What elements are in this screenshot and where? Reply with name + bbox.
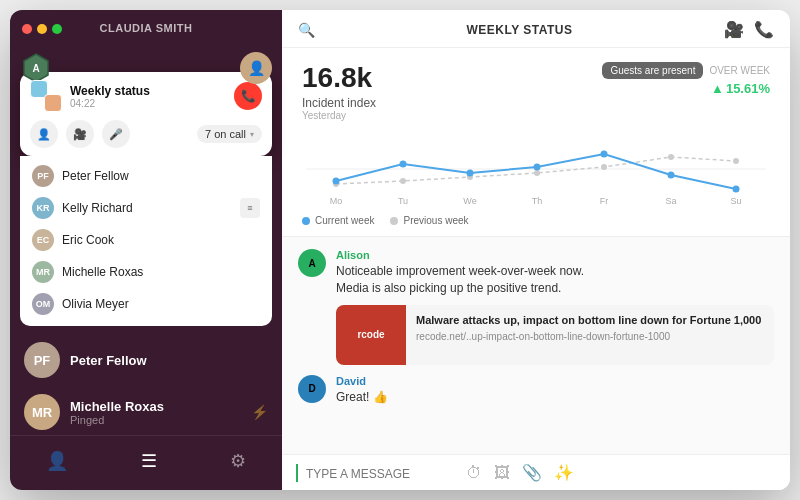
conv-info: Michelle Roxas Pinged (70, 399, 241, 426)
user-avatar[interactable]: 👤 (240, 52, 272, 84)
sidebar-nav: 👤 ☰ ⚙ (10, 435, 282, 490)
legend-previous-label: Previous week (403, 215, 468, 226)
call-member-kelly[interactable]: KR Kelly Richard ≡ (20, 192, 272, 224)
message-row: A Alison Noticeable improvement week-ove… (298, 249, 774, 365)
sidebar-title: CLAUDIA SMITH (100, 22, 193, 34)
call-members-list: PF Peter Fellow KR Kelly Richard ≡ EC Er… (20, 156, 272, 326)
link-info: Malware attacks up, impact on bottom lin… (406, 305, 774, 365)
over-week-label: OVER WEEK (709, 65, 770, 76)
conv-avatar: MR (24, 394, 60, 430)
call-member-eric[interactable]: EC Eric Cook (20, 224, 272, 256)
on-call-badge[interactable]: 7 on call ▾ (197, 125, 262, 143)
chart-wrapper: Mo Tu We Th Fr Sa Su (302, 129, 770, 209)
svg-text:We: We (463, 196, 476, 206)
sidebar: A CLAUDIA SMITH 👤 Weekly status (10, 10, 282, 490)
call-controls: 👤 🎥 🎤 7 on call ▾ (30, 120, 262, 148)
conv-item-peter[interactable]: PF Peter Fellow (10, 334, 282, 386)
call-member-michelle[interactable]: MR Michelle Roxas (20, 256, 272, 288)
svg-point-11 (400, 161, 407, 168)
msg-sender: Alison (336, 249, 774, 261)
guests-badge: Guests are present (602, 62, 703, 79)
video-button[interactable]: 🎥 (66, 120, 94, 148)
end-call-button[interactable]: 📞 (234, 82, 262, 110)
conversation-list: PF Peter Fellow MR Michelle Roxas Pinged… (10, 326, 282, 435)
input-bar: ⏱ 🖼 📎 ✨ (282, 454, 790, 490)
call-card-header: Weekly status 04:22 📞 (30, 80, 262, 112)
pct-change: ▲ 15.61% (711, 81, 770, 96)
search-icon[interactable]: 🔍 (298, 22, 315, 38)
current-week-dot (302, 217, 310, 225)
link-title: Malware attacks up, impact on bottom lin… (416, 313, 764, 327)
video-call-button[interactable]: 🎥 (724, 20, 744, 39)
nav-settings-button[interactable]: ⚙ (226, 446, 250, 476)
svg-point-13 (534, 164, 541, 171)
svg-text:Th: Th (532, 196, 543, 206)
link-thumbnail: rcode (336, 305, 406, 365)
screen-share-button[interactable]: 👤 (30, 120, 58, 148)
conv-info: Peter Fellow (70, 353, 268, 368)
msg-text: Noticeable improvement week-over-week no… (336, 263, 774, 297)
previous-week-dot (390, 217, 398, 225)
metric-label: Incident index (302, 96, 376, 110)
svg-text:Fr: Fr (600, 196, 609, 206)
end-call-icon: 📞 (241, 89, 256, 103)
input-actions: ⏱ 🖼 📎 ✨ (466, 463, 574, 482)
emoji-button[interactable]: ✨ (554, 463, 574, 482)
message-row: D David Great! 👍 (298, 375, 774, 406)
up-arrow-icon: ▲ (711, 81, 724, 96)
image-button[interactable]: 🖼 (494, 464, 510, 482)
link-preview[interactable]: rcode Malware attacks up, impact on bott… (336, 305, 774, 365)
attachment-button[interactable]: 📎 (522, 463, 542, 482)
main-title: WEEKLY STATUS (315, 23, 724, 37)
call-info: Weekly status 04:22 (70, 84, 150, 109)
on-call-label: 7 on call (205, 128, 246, 140)
call-member-avatar: OM (32, 293, 54, 315)
msg-text: Great! 👍 (336, 389, 774, 406)
svg-point-10 (333, 178, 340, 185)
messages-area: A Alison Noticeable improvement week-ove… (282, 237, 790, 454)
nav-chat-button[interactable]: ☰ (137, 446, 161, 476)
over-week-section: Guests are present OVER WEEK ▲ 15.61% (602, 62, 770, 96)
message-input[interactable] (306, 467, 456, 481)
minimize-button[interactable] (37, 24, 47, 34)
legend-current: Current week (302, 215, 374, 226)
call-avatar-group (30, 80, 62, 112)
pinged-icon: ⚡ (251, 404, 268, 420)
svg-point-15 (668, 172, 675, 179)
call-member-name: Kelly Richard (62, 201, 133, 215)
call-member-peter[interactable]: PF Peter Fellow (20, 160, 272, 192)
svg-point-9 (733, 158, 739, 164)
close-button[interactable] (22, 24, 32, 34)
chart-legend: Current week Previous week (302, 215, 770, 226)
call-member-avatar: MR (32, 261, 54, 283)
legend-current-label: Current week (315, 215, 374, 226)
call-member-olivia[interactable]: OM Olivia Meyer (20, 288, 272, 320)
main-header: 🔍 WEEKLY STATUS 🎥 📞 (282, 10, 790, 48)
conv-sub: Pinged (70, 414, 241, 426)
mic-button[interactable]: 🎤 (102, 120, 130, 148)
call-time: 04:22 (70, 98, 150, 109)
call-card-left: Weekly status 04:22 (30, 80, 150, 112)
call-member-name: Michelle Roxas (62, 265, 143, 279)
chevron-down-icon: ▾ (250, 130, 254, 139)
call-member-name: Peter Fellow (62, 169, 129, 183)
line-chart: Mo Tu We Th Fr Sa Su (302, 129, 770, 209)
conv-item-michelle[interactable]: MR Michelle Roxas Pinged ⚡ (10, 386, 282, 435)
nav-people-button[interactable]: 👤 (42, 446, 72, 476)
metric-block: 16.8k Incident index Yesterday (302, 62, 376, 121)
svg-text:Su: Su (730, 196, 741, 206)
svg-point-16 (733, 186, 740, 193)
maximize-button[interactable] (52, 24, 62, 34)
pct-value: 15.61% (726, 81, 770, 96)
call-title: Weekly status (70, 84, 150, 98)
svg-text:A: A (32, 63, 39, 74)
timer-button[interactable]: ⏱ (466, 464, 482, 482)
msg-sender: David (336, 375, 774, 387)
metric-value: 16.8k (302, 62, 376, 94)
call-member-avatar: EC (32, 229, 54, 251)
svg-point-7 (601, 164, 607, 170)
msg-avatar: A (298, 249, 326, 277)
svg-text:Sa: Sa (665, 196, 676, 206)
main-panel: 🔍 WEEKLY STATUS 🎥 📞 16.8k Incident index… (282, 10, 790, 490)
phone-button[interactable]: 📞 (754, 20, 774, 39)
